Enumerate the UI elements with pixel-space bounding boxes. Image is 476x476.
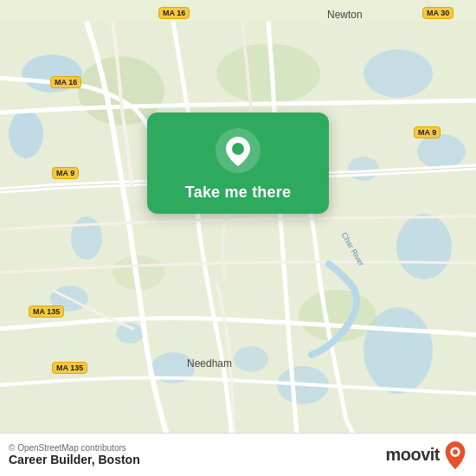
moovit-logo: moovit [385,440,467,471]
location-pin-icon [215,128,261,173]
badge-ma30: MA 30 [422,7,453,19]
attribution-text: © OpenStreetMap contributors [9,443,140,453]
bottom-bar: © OpenStreetMap contributors Career Buil… [0,433,476,476]
moovit-brand-text: moovit [385,445,440,465]
popup-card[interactable]: Take me there [147,113,329,214]
badge-ma16-left: MA 16 [50,76,81,88]
map-container: MA 16 MA 30 MA 16 MA 9 MA 9 MA 9 MA 135 … [0,0,476,476]
svg-point-15 [216,43,320,104]
svg-point-13 [348,157,379,181]
bottom-left: © OpenStreetMap contributors Career Buil… [9,443,140,466]
svg-point-8 [417,134,466,169]
newton-label: Newton [327,9,363,21]
svg-point-2 [9,110,43,158]
svg-point-12 [234,346,268,372]
needham-label: Needham [187,357,232,370]
svg-point-19 [232,143,244,155]
moovit-pin-icon [443,440,467,471]
badge-ma135-bottom: MA 135 [52,362,87,374]
badge-ma9-far-right: MA 9 [414,126,441,138]
badge-ma16-top: MA 16 [158,7,190,19]
take-me-there-button[interactable]: Take me there [185,183,291,202]
location-label: Career Builder, Boston [9,453,140,466]
svg-point-9 [396,214,452,280]
svg-point-7 [363,49,433,98]
svg-point-21 [453,449,458,454]
map-background [0,0,476,476]
badge-ma135-left: MA 135 [29,306,64,318]
badge-ma9-left: MA 9 [52,167,79,179]
